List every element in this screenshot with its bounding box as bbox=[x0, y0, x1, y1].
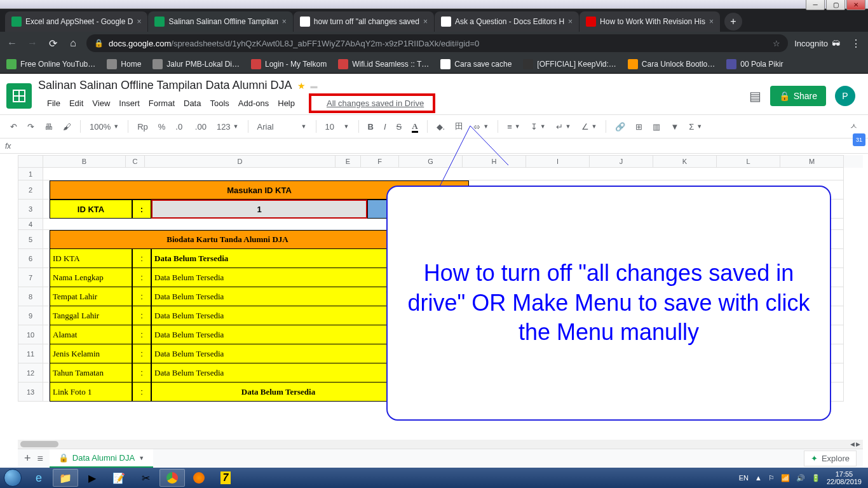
row-header[interactable]: 9 bbox=[18, 306, 43, 325]
bookmark-item[interactable]: Wifi.id Seamless :: T… bbox=[338, 59, 429, 69]
cell[interactable]: Data Belum Tersedia bbox=[151, 287, 405, 306]
taskbar-chrome-icon[interactable] bbox=[159, 469, 185, 487]
zoom-select[interactable]: 100%▼ bbox=[86, 121, 123, 133]
menu-help[interactable]: Help bbox=[273, 96, 299, 111]
bookmark-star-icon[interactable]: ☆ bbox=[773, 39, 780, 48]
bookmark-item[interactable]: Cara save cache bbox=[440, 59, 512, 69]
row-header[interactable]: 11 bbox=[18, 344, 43, 363]
taskbar-ie-icon[interactable]: e bbox=[26, 469, 51, 487]
document-title[interactable]: Salinan Salinan Offline Tampilan Data Al… bbox=[38, 79, 292, 92]
row-header[interactable]: 13 bbox=[18, 383, 43, 402]
cell[interactable]: Link Foto 1 bbox=[50, 383, 132, 402]
cell[interactable] bbox=[43, 180, 50, 200]
taskbar-explorer-icon[interactable]: 📁 bbox=[53, 469, 78, 487]
column-header[interactable]: F bbox=[361, 155, 399, 168]
cell[interactable]: : bbox=[132, 287, 151, 306]
nav-back-button[interactable]: ← bbox=[5, 37, 19, 49]
column-header[interactable]: K bbox=[653, 155, 717, 168]
menu-view[interactable]: View bbox=[88, 96, 114, 111]
bookmark-item[interactable]: Free Online YouTub… bbox=[6, 59, 95, 69]
taskbar-app-icon[interactable]: 7 bbox=[213, 469, 238, 487]
share-button[interactable]: 🔒 Share bbox=[770, 86, 826, 106]
column-header[interactable]: E bbox=[336, 155, 361, 168]
menu-add-ons[interactable]: Add-ons bbox=[234, 96, 273, 111]
filter-button[interactable]: ▼ bbox=[667, 119, 682, 134]
menu-file[interactable]: File bbox=[43, 96, 65, 111]
percent-button[interactable]: % bbox=[154, 119, 170, 134]
menu-data[interactable]: Data bbox=[179, 96, 205, 111]
cell[interactable]: : bbox=[132, 200, 151, 219]
cell[interactable] bbox=[43, 287, 50, 306]
menu-insert[interactable]: Insert bbox=[114, 96, 144, 111]
start-button[interactable] bbox=[0, 468, 25, 488]
browser-tab[interactable]: Ask a Question - Docs Editors H× bbox=[435, 11, 579, 32]
cell[interactable] bbox=[43, 249, 50, 268]
cell[interactable]: : bbox=[132, 344, 151, 363]
cell[interactable] bbox=[43, 306, 50, 325]
folder-icon[interactable]: ▬ bbox=[311, 82, 318, 90]
cell[interactable] bbox=[43, 230, 50, 249]
account-avatar[interactable]: P bbox=[835, 86, 855, 106]
browser-tab[interactable]: how turn off "all changes saved× bbox=[294, 11, 434, 32]
tab-close-icon[interactable]: × bbox=[709, 17, 714, 26]
cell[interactable] bbox=[43, 383, 50, 402]
tray-battery-icon[interactable]: 🔋 bbox=[811, 474, 820, 482]
column-header[interactable]: H bbox=[463, 155, 526, 168]
taskbar-media-icon[interactable]: ▶ bbox=[79, 469, 105, 487]
tray-clock[interactable]: 17:55 22/08/2019 bbox=[827, 470, 862, 485]
cell[interactable]: : bbox=[132, 306, 151, 325]
font-size-select[interactable]: 10▼ bbox=[322, 121, 353, 133]
cell[interactable]: ID KTA bbox=[50, 200, 132, 219]
save-status-link[interactable]: All changes saved in Drive bbox=[322, 96, 428, 111]
undo-button[interactable]: ↶ bbox=[6, 119, 21, 134]
cell[interactable] bbox=[43, 325, 50, 344]
row-header[interactable]: 10 bbox=[18, 325, 43, 344]
sheets-logo-icon[interactable] bbox=[6, 83, 32, 109]
address-bar[interactable]: 🔒 docs.google.com/spreadsheets/d/1yhQzKA… bbox=[86, 34, 788, 52]
column-header[interactable]: I bbox=[526, 155, 590, 168]
cell[interactable]: : bbox=[132, 249, 151, 268]
sheet-tab[interactable]: 🔒 Data Alumni DJA ▼ bbox=[50, 449, 153, 468]
cell[interactable]: Tanggal Lahir bbox=[50, 306, 132, 325]
window-maximize-button[interactable]: ▢ bbox=[826, 0, 845, 10]
bookmark-item[interactable]: [OFFICIAL] KeepVid:… bbox=[523, 59, 616, 69]
column-header[interactable]: D bbox=[145, 155, 336, 168]
cell[interactable] bbox=[43, 268, 50, 287]
bookmark-item[interactable]: Home bbox=[107, 59, 141, 69]
bookmark-item[interactable]: Jalur PMB-Lokal Di… bbox=[153, 59, 240, 69]
tab-close-icon[interactable]: × bbox=[282, 17, 287, 26]
increase-decimal-button[interactable]: .00 bbox=[191, 119, 210, 134]
rotate-button[interactable]: ∠▼ bbox=[578, 121, 601, 133]
borders-button[interactable]: 田 bbox=[451, 118, 467, 135]
explore-button[interactable]: ✦Explore bbox=[804, 451, 857, 466]
column-header[interactable]: B bbox=[43, 155, 126, 168]
cell[interactable] bbox=[43, 168, 844, 180]
more-formats-button[interactable]: 123▼ bbox=[213, 121, 243, 133]
new-tab-button[interactable]: + bbox=[724, 13, 742, 30]
tab-close-icon[interactable]: × bbox=[568, 17, 573, 26]
paint-format-button[interactable]: 🖌 bbox=[59, 119, 75, 134]
menu-tools[interactable]: Tools bbox=[205, 96, 233, 111]
column-header[interactable]: L bbox=[717, 155, 780, 168]
font-select[interactable]: Arial▼ bbox=[254, 121, 311, 133]
browser-tab[interactable]: How to Work With Revision His× bbox=[580, 11, 720, 32]
taskbar-snip-icon[interactable]: ✂ bbox=[133, 469, 158, 487]
tab-close-icon[interactable]: × bbox=[423, 17, 428, 26]
column-header[interactable]: C bbox=[126, 155, 145, 168]
cell[interactable]: : bbox=[132, 325, 151, 344]
cell[interactable]: Tempat Lahir bbox=[50, 287, 132, 306]
browser-tab[interactable]: Salinan Salinan Offline Tampilan× bbox=[148, 11, 292, 32]
tray-flag-icon[interactable]: ⚐ bbox=[768, 474, 775, 482]
row-header[interactable]: 8 bbox=[18, 287, 43, 306]
bookmark-item[interactable]: Cara Unlock Bootlo… bbox=[628, 59, 715, 69]
horizontal-scrollbar[interactable]: ◀▶ bbox=[18, 440, 863, 449]
column-header[interactable]: G bbox=[399, 155, 463, 168]
nav-reload-button[interactable]: ⟳ bbox=[46, 37, 60, 50]
select-all-corner[interactable] bbox=[18, 155, 43, 168]
decrease-decimal-button[interactable]: .0 bbox=[172, 119, 188, 134]
fill-color-button[interactable]: ◆. bbox=[433, 119, 449, 134]
cell[interactable]: Data Belum Tersedia bbox=[151, 306, 405, 325]
print-button[interactable]: 🖶 bbox=[41, 119, 57, 134]
window-close-button[interactable]: ✕ bbox=[846, 0, 865, 10]
h-align-button[interactable]: ≡▼ bbox=[503, 121, 524, 133]
